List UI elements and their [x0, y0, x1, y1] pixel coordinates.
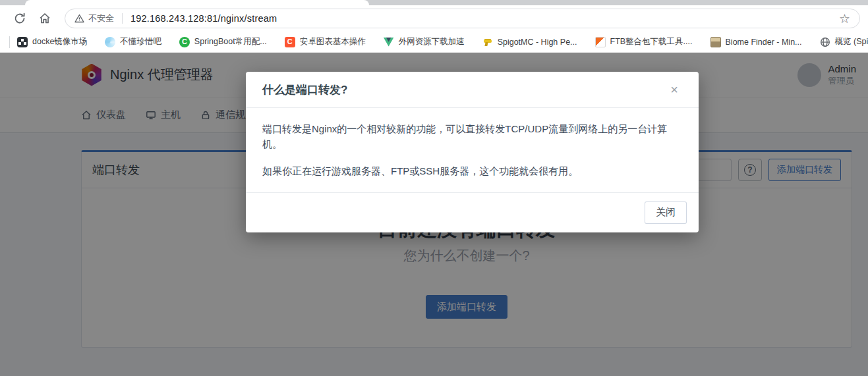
docker-icon — [17, 37, 28, 47]
modal-body: 端口转发是Nginx的一个相对较新的功能，可以直接转发TCP/UDP流量到网络上… — [246, 108, 699, 193]
reload-icon — [13, 12, 26, 25]
browser-toolbar: 不安全 192.168.243.128:81/nginx/stream ☆ — [0, 5, 868, 32]
bookmark-item[interactable]: 概览 (Spigot-API 1.1... — [820, 36, 868, 47]
close-icon[interactable]: × — [666, 82, 682, 97]
bookmark-star-icon[interactable]: ☆ — [836, 11, 853, 26]
security-chip[interactable]: 不安全 — [74, 13, 114, 24]
browser-window: 不安全 192.168.243.128:81/nginx/stream ☆ do… — [0, 0, 868, 376]
vue-icon — [384, 38, 394, 47]
security-label: 不安全 — [88, 13, 114, 24]
help-modal: 什么是端口转发? × 端口转发是Nginx的一个相对较新的功能，可以直接转发TC… — [246, 72, 699, 232]
bookmark-item[interactable]: Biome Finder - Min... — [710, 37, 802, 47]
omnibox-divider — [122, 13, 123, 24]
modal-paragraph: 如果你正在运行游戏服务器、FTP或SSH服务器，这个功能就会很有用。 — [262, 163, 682, 178]
ftb-flag-icon — [595, 37, 606, 47]
bookmark-item[interactable]: 不懂珍惜吧 — [105, 36, 161, 47]
page-viewport: Nginx 代理管理器 Admin 管理员 仪表盘 — [0, 53, 868, 376]
bookmark-item[interactable]: SpringBoot常用配... — [179, 36, 267, 47]
address-bar[interactable]: 不安全 192.168.243.128:81/nginx/stream ☆ — [65, 9, 860, 28]
home-icon — [38, 12, 51, 25]
red-c-icon — [285, 37, 295, 47]
warning-icon — [74, 14, 84, 23]
url-text[interactable]: 192.168.243.128:81/nginx/stream — [130, 13, 836, 24]
bookmark-item[interactable]: 安卓图表基本操作 — [285, 36, 366, 47]
modal-paragraph: 端口转发是Nginx的一个相对较新的功能，可以直接转发TCP/UDP流量到网络上… — [262, 121, 682, 152]
bookmark-item[interactable]: 外网资源下载加速 — [384, 36, 465, 47]
bookmarks-divider — [9, 36, 10, 48]
bookmark-item[interactable]: FTB整合包下载工具.... — [595, 36, 693, 47]
globe-icon — [820, 37, 830, 47]
close-button[interactable]: 关闭 — [645, 201, 687, 224]
home-button[interactable] — [34, 8, 55, 29]
blue-swirl-icon — [105, 37, 115, 47]
green-c-icon — [179, 37, 190, 47]
bookmark-item[interactable]: SpigotMC - High Pe... — [482, 37, 577, 47]
modal-header: 什么是端口转发? × — [246, 72, 699, 108]
bookmarks-bar: docke镜像市场 不懂珍惜吧 SpringBoot常用配... 安卓图表基本操… — [0, 32, 868, 53]
active-tab[interactable] — [25, 0, 369, 5]
modal-footer: 关闭 — [246, 193, 699, 232]
minecraft-block-icon — [710, 37, 721, 47]
bookmark-item[interactable]: docke镜像市场 — [17, 36, 87, 47]
tab-strip — [0, 0, 868, 5]
spigot-icon — [482, 37, 493, 47]
modal-title: 什么是端口转发? — [262, 82, 347, 97]
reload-button[interactable] — [9, 8, 30, 29]
